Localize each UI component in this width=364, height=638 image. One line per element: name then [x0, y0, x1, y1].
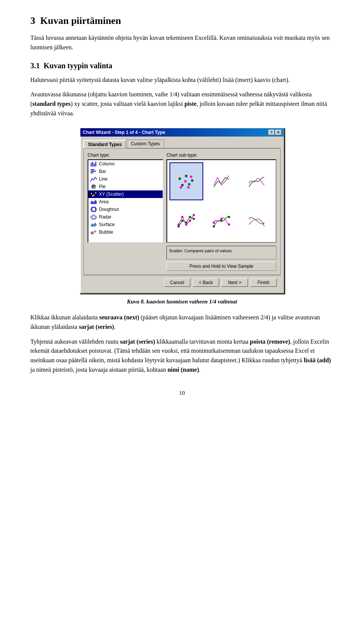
scatter-icon: [90, 191, 97, 197]
list-item[interactable]: Radar: [88, 213, 163, 221]
list-item[interactable]: Bubble: [88, 228, 163, 236]
chart-type-listbox[interactable]: Column Bar: [88, 159, 163, 243]
column-icon: [90, 161, 97, 167]
dialog-tabs: Standard Types Custom Types: [83, 140, 281, 148]
svg-marker-20: [92, 216, 96, 218]
subtype-cell-3[interactable]: [240, 162, 273, 200]
svg-point-8: [92, 178, 93, 179]
subtype-cell-5[interactable]: [205, 202, 238, 240]
listbox-list: Column Bar: [88, 160, 163, 236]
svg-rect-5: [91, 171, 96, 172]
chart-subtype-column: Chart sub-type:: [166, 152, 276, 271]
chart-type-label: Chart type:: [88, 152, 163, 158]
subtype-cell-1[interactable]: [169, 162, 203, 200]
svg-point-18: [91, 207, 96, 212]
chart-wizard-dialog: Chart Wizard - Step 1 of 4 - Chart Type …: [80, 127, 284, 294]
chart-description: Scatter. Compares pairs of values.: [166, 246, 276, 259]
svg-rect-13: [91, 193, 92, 194]
chapter-title: 3 Kuvan piirtäminen: [30, 15, 334, 27]
svg-point-46: [213, 222, 215, 224]
back-button[interactable]: < Back: [193, 278, 219, 287]
line-icon: [90, 176, 97, 182]
list-item[interactable]: Surface: [88, 221, 163, 228]
svg-rect-26: [191, 179, 193, 182]
section-p2: Avautuvassa ikkunassa (ohjattu kaavion l…: [30, 90, 334, 118]
svg-rect-24: [179, 178, 181, 180]
description-text: Scatter. Compares pairs of values.: [169, 248, 233, 253]
svg-rect-15: [95, 192, 96, 193]
svg-point-42: [193, 214, 195, 216]
list-item[interactable]: Line: [88, 175, 163, 183]
svg-point-40: [185, 223, 187, 226]
radar-icon: [90, 214, 97, 220]
svg-point-38: [177, 223, 180, 226]
svg-point-45: [228, 216, 230, 218]
surface-icon: [90, 222, 97, 228]
subtype-cell-2[interactable]: [205, 162, 238, 200]
chart-type-column: Chart type: Column: [88, 152, 163, 271]
svg-point-34: [181, 220, 184, 222]
svg-point-36: [189, 216, 191, 218]
list-item[interactable]: Bar: [88, 168, 163, 175]
titlebar-buttons: ? ✕: [268, 130, 281, 135]
section-p1: Halutessasi piirtää syötetystä datasta k…: [30, 75, 334, 85]
svg-point-48: [228, 223, 230, 226]
list-item[interactable]: Pie: [88, 183, 163, 190]
dialog-container: Chart Wizard - Step 1 of 4 - Chart Type …: [30, 127, 334, 294]
svg-rect-2: [94, 163, 95, 167]
tab-standard-types[interactable]: Standard Types: [83, 140, 126, 148]
svg-rect-30: [190, 176, 192, 178]
help-button[interactable]: ?: [268, 130, 275, 135]
svg-point-47: [220, 218, 223, 220]
svg-point-22: [94, 230, 96, 233]
dialog-title: Chart Wizard - Step 1 of 4 - Chart Type: [83, 130, 165, 135]
finish-button[interactable]: Finish: [250, 278, 277, 287]
page-number: 10: [30, 390, 334, 396]
section-title: 3.1 Kuvan tyypin valinta: [30, 61, 334, 70]
svg-rect-27: [181, 184, 184, 186]
after-p1: Klikkaa ikkunan alalaidasta seuraava (ne…: [30, 313, 334, 332]
chart-subtype-grid: [166, 159, 276, 243]
tab-custom-types[interactable]: Custom Types: [127, 140, 164, 148]
cancel-button[interactable]: Cancel: [164, 278, 190, 287]
list-item-scatter[interactable]: XY (Scatter): [88, 190, 163, 198]
chapter-intro: Tässä luvussa annetaan käytännön ohjeita…: [30, 33, 334, 52]
svg-point-43: [213, 225, 215, 228]
svg-point-23: [93, 233, 94, 234]
svg-rect-16: [92, 195, 93, 196]
svg-rect-14: [93, 195, 94, 196]
two-column-layout: Chart type: Column: [88, 152, 276, 271]
subtype-cell-6[interactable]: [240, 202, 273, 240]
svg-point-9: [93, 179, 94, 180]
list-item[interactable]: Area: [88, 198, 163, 206]
list-item[interactable]: Doughnut: [88, 206, 163, 213]
svg-rect-28: [188, 183, 190, 185]
dialog-footer: Cancel < Back Next > Finish: [83, 275, 281, 290]
bar-icon: [90, 168, 97, 174]
chart-subtype-label: Chart sub-type:: [166, 152, 276, 158]
dialog-titlebar: Chart Wizard - Step 1 of 4 - Chart Type …: [80, 128, 284, 137]
list-item[interactable]: Column: [88, 160, 163, 168]
svg-rect-29: [184, 180, 187, 182]
svg-point-41: [189, 220, 191, 222]
dialog-body: Standard Types Custom Types Chart type:: [80, 137, 284, 293]
svg-rect-6: [91, 172, 93, 173]
next-button[interactable]: Next >: [221, 278, 248, 287]
svg-point-10: [95, 177, 96, 178]
subtype-cell-4[interactable]: [169, 202, 203, 240]
doughnut-icon: [90, 206, 97, 212]
svg-marker-17: [91, 200, 97, 204]
view-sample-button[interactable]: Press and Hold to View Sample: [166, 262, 276, 271]
svg-rect-1: [92, 162, 93, 167]
svg-point-37: [193, 218, 195, 220]
svg-rect-25: [185, 175, 187, 177]
close-button[interactable]: ✕: [275, 130, 281, 135]
svg-rect-3: [95, 162, 96, 167]
svg-rect-0: [91, 163, 92, 167]
dialog-content-area: Chart type: Column: [83, 148, 281, 275]
listbox-inner: Column Bar: [88, 160, 163, 236]
svg-rect-31: [180, 186, 182, 189]
svg-rect-4: [91, 169, 94, 170]
svg-point-39: [181, 216, 184, 218]
figure-caption: Kuva 8. kaavion luomisen vaiheen 1/4 val…: [30, 297, 334, 306]
